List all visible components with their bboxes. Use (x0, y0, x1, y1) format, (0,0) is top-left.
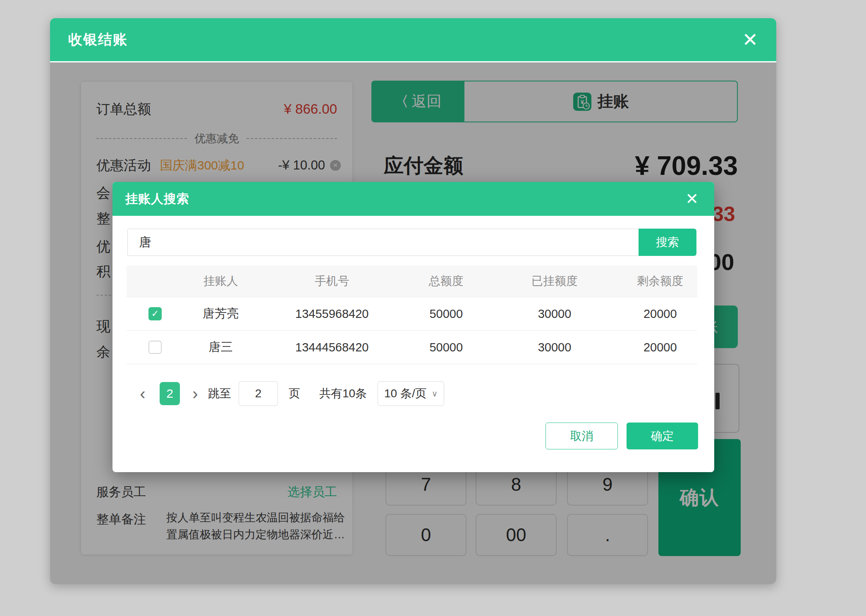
jump-to-label: 跳至 (208, 386, 231, 401)
row-checkbox-cell: ✓ (127, 307, 184, 320)
cashier-modal-title: 收银结账 (68, 30, 128, 49)
ok-button[interactable]: 确定 (627, 423, 698, 449)
close-icon[interactable]: ✕ (685, 191, 699, 207)
cell-name: 唐芳亮 (184, 306, 258, 322)
page-size-select[interactable]: 10 条/页 ∨ (378, 381, 444, 406)
cell-remaining: 20000 (623, 307, 697, 321)
search-row: 唐 搜索 (127, 229, 696, 256)
chevron-down-icon: ∨ (432, 389, 438, 399)
cell-total: 50000 (406, 341, 486, 354)
credit-person-search-modal: 挂账人搜索 ✕ 唐 搜索 挂账人 手机号 总额度 已挂额度 剩余额度 ✓ 唐芳亮… (112, 182, 714, 472)
page-size-value: 10 条/页 (384, 386, 427, 401)
total-count-label: 共有10条 (319, 386, 367, 401)
table-header-remaining: 剩余额度 (623, 273, 697, 289)
jump-page-input[interactable]: 2 (239, 381, 278, 406)
row-checkbox-cell (127, 341, 184, 354)
checkbox-unchecked-icon[interactable] (148, 341, 162, 354)
current-page-badge[interactable]: 2 (160, 382, 180, 405)
credit-person-table: 挂账人 手机号 总额度 已挂额度 剩余额度 ✓ 唐芳亮 13455968420 … (127, 265, 697, 364)
cell-pledged: 30000 (486, 341, 623, 354)
close-icon[interactable]: ✕ (742, 30, 758, 49)
table-header-row: 挂账人 手机号 总额度 已挂额度 剩余额度 (127, 265, 697, 297)
cancel-button[interactable]: 取消 (545, 423, 618, 449)
chevron-right-icon[interactable]: › (189, 385, 201, 402)
cell-pledged: 30000 (486, 307, 623, 321)
table-row[interactable]: 唐三 13444568420 50000 30000 20000 (127, 330, 697, 364)
table-header-phone: 手机号 (258, 273, 406, 289)
cell-total: 50000 (406, 307, 486, 321)
checkbox-checked-icon[interactable]: ✓ (148, 307, 162, 320)
search-modal-header: 挂账人搜索 ✕ (112, 182, 714, 216)
cell-phone: 13455968420 (258, 307, 406, 321)
page-unit-label: 页 (289, 386, 300, 401)
search-input[interactable]: 唐 (127, 229, 639, 256)
pagination: ‹ 2 › 跳至 2 页 共有10条 10 条/页 ∨ (136, 381, 444, 406)
chevron-left-icon[interactable]: ‹ (136, 385, 149, 402)
search-button[interactable]: 搜索 (639, 229, 696, 256)
table-row[interactable]: ✓ 唐芳亮 13455968420 50000 30000 20000 (127, 297, 697, 330)
modal-actions: 取消 确定 (545, 423, 698, 449)
cashier-modal-header: 收银结账 ✕ (50, 18, 776, 61)
table-header-total: 总额度 (406, 273, 486, 289)
table-header-name: 挂账人 (184, 273, 258, 289)
cell-phone: 13444568420 (258, 341, 406, 354)
cell-remaining: 20000 (623, 341, 697, 354)
table-header-pledged: 已挂额度 (486, 273, 623, 289)
search-modal-title: 挂账人搜索 (125, 191, 189, 208)
cell-name: 唐三 (184, 339, 258, 356)
